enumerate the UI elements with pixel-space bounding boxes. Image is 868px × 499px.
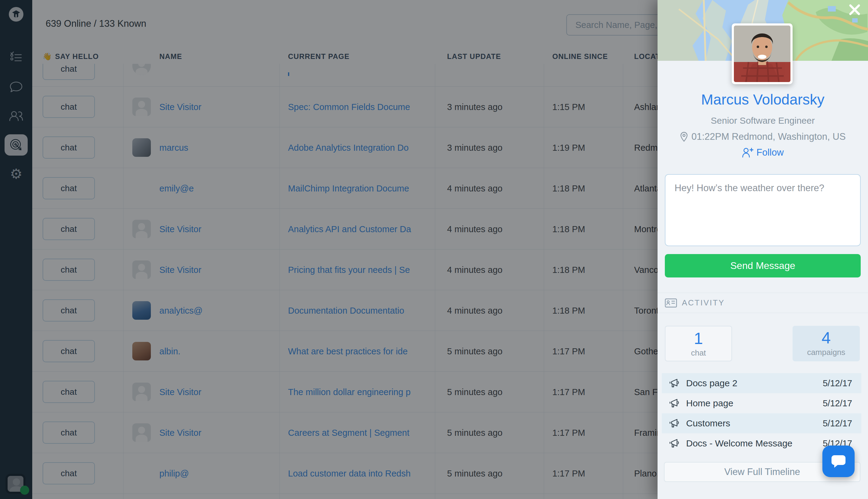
- campaign-date: 5/12/17: [823, 378, 852, 388]
- close-icon[interactable]: [848, 3, 861, 16]
- id-card-icon: [665, 299, 677, 307]
- visitor-location: 01:22PM Redmond, Washington, US: [657, 131, 868, 142]
- visitor-location-text: 01:22PM Redmond, Washington, US: [691, 131, 845, 142]
- follow-button[interactable]: Follow: [657, 147, 868, 158]
- stat-chats[interactable]: 1 chat: [665, 326, 732, 361]
- megaphone-icon: [669, 399, 679, 408]
- campaign-date: 5/12/17: [823, 398, 852, 409]
- visitor-job-title: Senior Software Engineer: [657, 115, 868, 126]
- visitor-profile-panel: Marcus Volodarsky Senior Software Engine…: [657, 0, 868, 499]
- chat-count-label: chat: [665, 348, 732, 358]
- campaign-row[interactable]: Home page 5/12/17: [662, 393, 861, 413]
- campaign-row[interactable]: Customers 5/12/17: [662, 413, 861, 433]
- megaphone-icon: [669, 419, 679, 428]
- campaign-count: 4: [793, 328, 860, 347]
- campaign-label: Customers: [686, 418, 823, 428]
- campaign-label: Home page: [686, 398, 823, 409]
- stat-campaigns[interactable]: 4 campaigns: [793, 326, 860, 361]
- speech-bubble-icon: [830, 453, 847, 469]
- map-pin-icon: [680, 132, 688, 142]
- modal-dim-overlay[interactable]: [0, 0, 657, 499]
- campaign-row[interactable]: Docs page 2 5/12/17: [662, 373, 861, 393]
- campaign-list: Docs page 2 5/12/17 Home page 5/12/17 Cu…: [662, 373, 861, 453]
- campaign-count-label: campaigns: [793, 348, 860, 357]
- campaign-date: 5/12/17: [823, 418, 852, 428]
- app-window: ⚙ 639 Online / 133 Known 👋SAY HELLO NAME…: [0, 0, 868, 499]
- chat-widget-fab[interactable]: [822, 446, 855, 477]
- activity-header: ACTIVITY: [657, 293, 868, 313]
- message-input[interactable]: [665, 174, 861, 246]
- campaign-label: Docs page 2: [686, 378, 823, 388]
- visitor-name[interactable]: Marcus Volodarsky: [657, 91, 868, 108]
- profile-photo: [732, 23, 793, 84]
- megaphone-icon: [669, 439, 679, 448]
- campaign-label: Docs - Welcome Message: [686, 438, 823, 449]
- activity-label: ACTIVITY: [682, 298, 725, 307]
- follow-person-icon: [742, 147, 753, 158]
- follow-label: Follow: [757, 147, 784, 158]
- send-message-button[interactable]: Send Message: [665, 254, 861, 278]
- megaphone-icon: [669, 379, 679, 388]
- chat-count: 1: [665, 329, 732, 348]
